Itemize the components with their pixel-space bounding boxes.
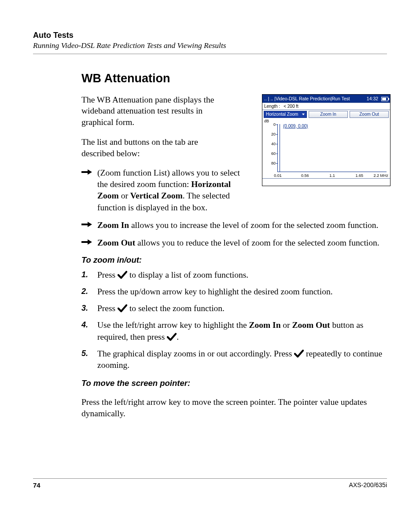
page-number: 74 <box>33 481 41 489</box>
zoom-out-button[interactable]: Zoom Out <box>350 111 389 118</box>
length-value: < 200 ft <box>284 104 298 109</box>
chart-axes: (0.009, 0.00) 0.01 0.56 1.1 1.65 2.2 MHz <box>277 124 387 172</box>
footer-model: AXS-200/635i <box>349 481 387 489</box>
step-5: The graphical display zooms in or out ac… <box>81 348 390 371</box>
device-clock-area: 14:32 <box>367 96 388 101</box>
page-heading: WB Attenuation <box>81 72 387 85</box>
subhead-zoom: To zoom in/out: <box>81 255 390 265</box>
header-section-title: Auto Tests <box>33 31 387 40</box>
check-icon <box>118 304 127 313</box>
length-label: Length : <box>264 104 280 109</box>
chart-cursor-line <box>280 124 280 172</box>
arrow-bullet-icon <box>81 238 92 246</box>
step-1: Press to display a list of zoom function… <box>81 269 390 281</box>
zoom-in-button[interactable]: Zoom In <box>309 111 348 118</box>
device-time: 14:32 <box>367 96 378 101</box>
device-bottom-bar <box>262 178 390 186</box>
arrow-bullet-icon <box>81 169 92 176</box>
subhead-pointer: To move the screen pointer: <box>81 378 390 388</box>
chevron-down-icon <box>302 114 305 115</box>
check-icon <box>294 349 304 358</box>
check-icon <box>167 333 177 341</box>
device-screenshot: .. | .. |Video-DSL Rate Prediction|Run T… <box>262 94 390 186</box>
x-tick-0: 0.01 <box>274 173 282 178</box>
arrow-bullet-icon <box>81 221 92 228</box>
intro-paragraph-2: The list and buttons on the tab are desc… <box>81 136 229 159</box>
pointer-paragraph: Press the left/right arrow key to move t… <box>81 396 390 419</box>
y-tick-3: 60 <box>263 151 276 156</box>
battery-icon <box>381 97 388 101</box>
header-subsection: Running Video-DSL Rate Prediction Tests … <box>33 41 387 54</box>
bullet-zoom-in: Zoom In allows you to increase the level… <box>81 220 390 231</box>
x-tick-1: 0.56 <box>301 173 309 178</box>
chart-x-end: 2.2 MHz <box>373 173 388 178</box>
intro-paragraph-1: The WB Attenuation pane displays the wid… <box>81 94 229 128</box>
step-2: Press the up/down arrow key to highlight… <box>81 286 390 297</box>
y-tick-0: 0 <box>263 122 276 127</box>
x-tick-3: 1.65 <box>355 173 363 178</box>
attenuation-chart: dB 0 20 40 60 80 (0.009, 0.00) 0.01 0.56… <box>262 119 390 178</box>
x-tick-2: 1.1 <box>329 173 335 178</box>
zoom-function-select[interactable]: Horizontal Zoom <box>264 111 307 118</box>
chart-cursor-label: (0.009, 0.00) <box>283 124 308 128</box>
y-tick-4: 80 <box>263 161 276 165</box>
y-tick-2: 40 <box>263 142 276 146</box>
bullet-zoom-out: Zoom Out allows you to reduce the level … <box>81 237 390 249</box>
step-3: Press to select the zoom function. <box>81 303 390 314</box>
check-icon <box>118 271 127 279</box>
step-4: Use the left/right arrow key to highligh… <box>81 319 390 343</box>
device-breadcrumb: .. | .. |Video-DSL Rate Prediction|Run T… <box>264 96 350 101</box>
y-tick-1: 20 <box>263 132 276 136</box>
zoom-select-label: Horizontal Zoom <box>266 112 298 117</box>
bullet-zoom-list: (Zoom function List) allows you to selec… <box>81 167 245 213</box>
